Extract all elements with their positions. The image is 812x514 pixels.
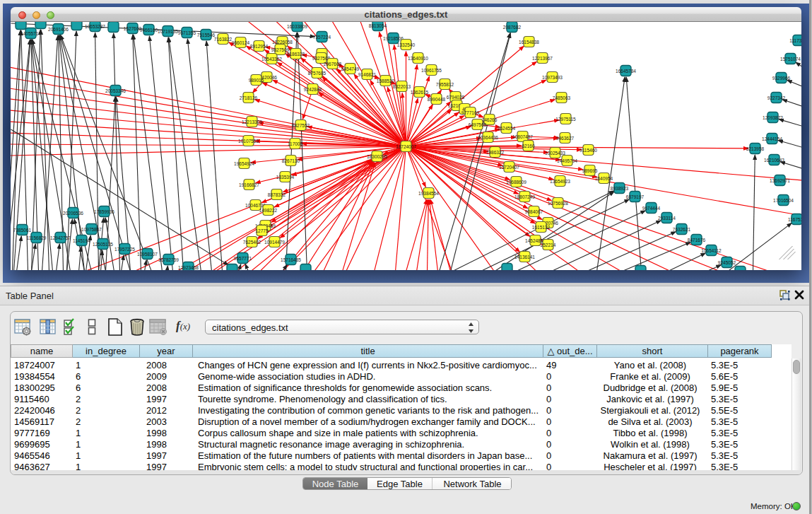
svg-text:11156829: 11156829: [27, 235, 47, 240]
svg-text:16210643: 16210643: [764, 158, 784, 163]
svg-text:12213309: 12213309: [242, 119, 262, 124]
svg-text:7485063: 7485063: [553, 95, 571, 100]
svg-text:8213958: 8213958: [746, 146, 765, 151]
svg-text:2967608: 2967608: [324, 62, 342, 66]
svg-text:16645784: 16645784: [616, 69, 636, 74]
svg-text:12942757: 12942757: [50, 235, 71, 240]
svg-text:6794028: 6794028: [447, 95, 465, 100]
svg-text:9463627: 9463627: [556, 136, 575, 141]
svg-text:13692971: 13692971: [770, 178, 790, 183]
svg-text:19654924: 19654924: [234, 161, 254, 166]
svg-text:1332540: 1332540: [397, 42, 416, 47]
svg-text:13654923: 13654923: [550, 179, 570, 184]
svg-text:9245052: 9245052: [718, 260, 736, 265]
svg-text:8813054: 8813054: [369, 23, 387, 28]
svg-text:13640910: 13640910: [408, 56, 428, 61]
svg-text:9329966: 9329966: [772, 76, 791, 81]
svg-text:19218506: 19218506: [383, 36, 404, 41]
svg-text:10961755: 10961755: [421, 68, 442, 73]
svg-text:746266: 746266: [482, 117, 498, 122]
svg-text:8454749: 8454749: [341, 66, 360, 71]
svg-text:62160: 62160: [522, 144, 534, 148]
svg-text:18300295: 18300295: [367, 154, 387, 159]
svg-text:15716485: 15716485: [281, 257, 301, 262]
svg-text:10756928: 10756928: [548, 201, 568, 206]
svg-text:14495794: 14495794: [557, 158, 577, 163]
svg-text:10958107: 10958107: [137, 252, 158, 257]
svg-text:9242848: 9242848: [304, 87, 322, 92]
svg-text:10543362: 10543362: [261, 57, 282, 62]
svg-text:989015: 989015: [249, 78, 264, 83]
svg-text:7955812: 7955812: [436, 82, 454, 87]
svg-text:1527602: 1527602: [124, 26, 142, 31]
svg-text:117008: 117008: [288, 141, 303, 146]
svg-text:20364436: 20364436: [478, 135, 498, 140]
svg-text:1615132: 1615132: [532, 225, 551, 230]
svg-text:10025433: 10025433: [545, 151, 565, 156]
svg-text:7986322: 7986322: [486, 150, 505, 155]
svg-text:2718126: 2718126: [240, 95, 258, 100]
svg-text:1498222: 1498222: [259, 208, 278, 213]
svg-text:2087682: 2087682: [503, 25, 522, 30]
svg-text:17957225: 17957225: [114, 247, 135, 252]
svg-text:12505135: 12505135: [93, 242, 113, 247]
svg-text:20691406: 20691406: [48, 27, 69, 32]
svg-text:10653287: 10653287: [85, 24, 105, 29]
svg-text:19384554: 19384554: [418, 191, 439, 196]
svg-text:1335394: 1335394: [276, 175, 295, 180]
svg-text:8938923: 8938923: [611, 186, 629, 191]
svg-text:20206536: 20206536: [63, 211, 83, 216]
svg-text:8990448: 8990448: [428, 97, 446, 102]
svg-text:7357224: 7357224: [313, 35, 331, 40]
svg-text:14136141: 14136141: [514, 255, 535, 259]
svg-text:6879197: 6879197: [626, 194, 645, 199]
svg-text:10914479: 10914479: [264, 240, 285, 245]
svg-text:1640954: 1640954: [595, 176, 613, 181]
svg-text:10975867: 10975867: [81, 227, 102, 232]
svg-text:2933114: 2933114: [658, 216, 676, 221]
svg-text:12775: 12775: [255, 228, 268, 233]
svg-text:1145194: 1145194: [73, 238, 90, 243]
svg-text:17859936: 17859936: [94, 209, 114, 214]
svg-text:1362615: 1362615: [411, 90, 429, 95]
svg-text:8471676: 8471676: [688, 238, 706, 243]
svg-text:7515546: 7515546: [197, 33, 216, 37]
svg-text:7163822: 7163822: [214, 37, 233, 42]
svg-text:8427552: 8427552: [292, 123, 310, 128]
svg-text:7632621: 7632621: [673, 227, 691, 232]
svg-text:12975115: 12975115: [555, 117, 576, 122]
svg-text:12093872: 12093872: [763, 115, 783, 120]
svg-text:9674444: 9674444: [642, 206, 661, 211]
svg-text:8878332: 8878332: [268, 192, 286, 197]
svg-text:10654112: 10654112: [701, 248, 722, 253]
svg-text:18724007: 18724007: [396, 144, 416, 149]
svg-text:9671355: 9671355: [178, 30, 196, 35]
svg-text:18807249: 18807249: [514, 194, 535, 199]
svg-text:252214: 252214: [541, 243, 556, 247]
svg-text:9084067: 9084067: [525, 209, 543, 214]
svg-text:8186328: 8186328: [287, 52, 305, 57]
svg-text:16033809: 16033809: [287, 24, 307, 29]
svg-text:10107553: 10107553: [238, 139, 259, 144]
svg-text:1117304: 1117304: [789, 38, 801, 43]
svg-text:9777169: 9777169: [461, 110, 480, 115]
svg-text:8267130: 8267130: [282, 158, 300, 163]
svg-text:7625402: 7625402: [243, 240, 261, 245]
svg-text:989695: 989695: [582, 168, 598, 173]
svg-text:12213967: 12213967: [532, 56, 553, 61]
svg-text:18226058: 18226058: [272, 40, 293, 45]
svg-text:16154838: 16154838: [519, 40, 539, 45]
svg-text:9657771: 9657771: [234, 256, 252, 261]
svg-text:9466160: 9466160: [140, 28, 158, 33]
svg-text:10807487: 10807487: [512, 134, 533, 139]
svg-text:19166827: 19166827: [239, 182, 259, 187]
svg-text:12923468: 12923468: [178, 265, 199, 270]
svg-text:1588520: 1588520: [377, 78, 395, 83]
svg-text:8912954: 8912954: [250, 44, 269, 49]
svg-text:17016504: 17016504: [773, 198, 794, 203]
svg-text:3624554: 3624554: [498, 126, 516, 131]
svg-text:1167534: 1167534: [788, 217, 801, 222]
svg-text:10719135: 10719135: [158, 29, 178, 34]
svg-text:15720407: 15720407: [499, 165, 519, 170]
svg-text:9227342: 9227342: [767, 95, 786, 100]
